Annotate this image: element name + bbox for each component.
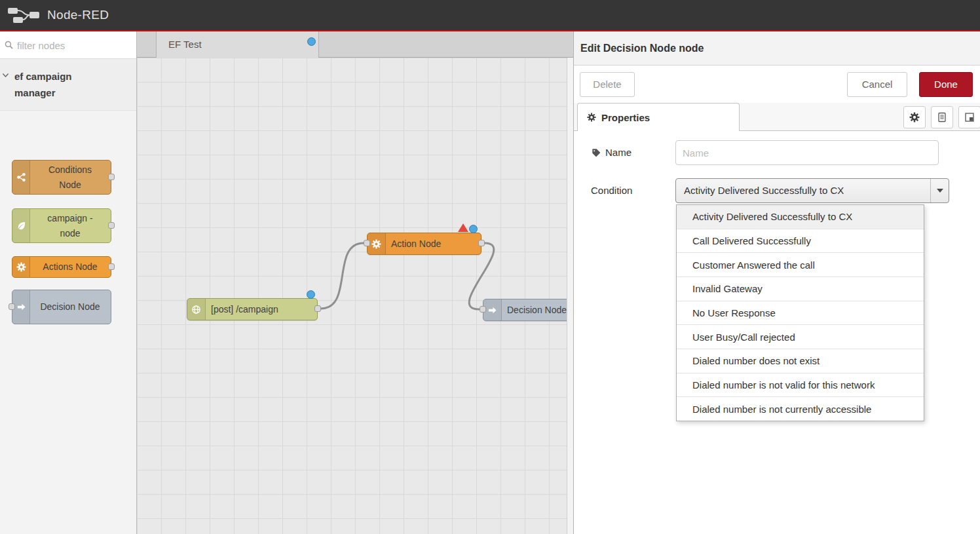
cancel-button[interactable]: Cancel	[847, 72, 907, 97]
search-icon	[4, 40, 14, 50]
dropdown-option[interactable]: Customer Answered the call	[677, 253, 924, 277]
node-label: [post] /campaign	[211, 299, 313, 320]
dropdown-option[interactable]: Activity Delivered Successfully to CX	[677, 205, 924, 229]
node-port[interactable]	[314, 305, 321, 312]
canvas-scrollbar[interactable]	[567, 58, 573, 534]
changed-dot	[469, 225, 478, 233]
node-settings-button[interactable]	[903, 106, 926, 128]
gear-icon	[12, 257, 30, 277]
category-label: ef campaign manager	[14, 68, 106, 101]
palette-node-campaign[interactable]: campaign - node	[12, 208, 111, 243]
tab-label: EF Test	[168, 31, 202, 58]
edit-tray: Edit Decision Node node Delete Cancel Do…	[573, 31, 980, 534]
tab-properties[interactable]: Properties	[577, 103, 740, 131]
condition-select-value: Activity Delivered Successfully to CX	[684, 179, 926, 202]
app-header: Node-RED	[0, 0, 980, 31]
node-port[interactable]	[364, 240, 370, 246]
properties-form: Name Condition Activity Delivered Succes…	[574, 131, 980, 534]
dropdown-option[interactable]: Dialed number is not valid for this netw…	[677, 373, 924, 398]
palette-node-actions[interactable]: Actions Node	[12, 256, 111, 278]
dropdown-option[interactable]: Invalid Gateway	[677, 277, 924, 301]
description-button[interactable]	[931, 106, 953, 128]
caret-down-icon	[937, 189, 943, 193]
workspace: EF Test [post] /campaign Action Node	[137, 31, 573, 534]
node-decision[interactable]: Decision Node	[483, 299, 567, 321]
wires-layer	[137, 58, 567, 534]
app-title: Node-RED	[47, 8, 109, 22]
condition-label: Condition	[591, 178, 632, 203]
node-action[interactable]: Action Node	[367, 233, 481, 255]
palette-sidebar: ef campaign manager Conditions Node camp…	[0, 31, 137, 534]
gear-icon	[368, 233, 386, 254]
palette-node-label: Conditions Node	[31, 161, 109, 194]
palette-node-conditions[interactable]: Conditions Node	[12, 160, 111, 195]
dropdown-option[interactable]: Call Delivered Successfully	[677, 229, 924, 254]
node-port	[9, 303, 15, 310]
expand-icon	[964, 112, 975, 123]
flow-canvas[interactable]: [post] /campaign Action Node Decision No…	[137, 58, 567, 534]
expand-button[interactable]	[958, 106, 980, 128]
node-label: Decision Node	[507, 299, 567, 320]
tab-ef-test[interactable]: EF Test	[156, 31, 319, 58]
node-red-logo-icon	[8, 7, 39, 24]
gear-icon	[587, 113, 596, 122]
arrow-right-icon	[483, 299, 502, 320]
node-port	[108, 174, 115, 180]
tab-properties-label: Properties	[601, 112, 650, 123]
node-red-app: Node-RED ef campaign manager Conditions …	[0, 0, 980, 534]
doc-icon	[937, 112, 947, 123]
share-network-icon	[12, 161, 30, 194]
dropdown-option[interactable]: User Busy/Call rejected	[677, 325, 924, 349]
palette-search	[0, 31, 136, 59]
name-label: Name	[592, 140, 631, 165]
node-port	[108, 263, 115, 270]
tray-toolbar: Delete Cancel Done	[574, 66, 980, 103]
dropdown-option[interactable]: Dialed number does not exist	[677, 349, 924, 373]
condition-dropdown: Activity Delivered Successfully to CX Ca…	[676, 204, 924, 421]
delete-button[interactable]: Delete	[580, 72, 635, 97]
node-http-in-post-campaign[interactable]: [post] /campaign	[187, 298, 318, 320]
wire[interactable]	[321, 243, 364, 309]
gear-icon	[909, 112, 920, 123]
changed-dot	[307, 290, 315, 299]
node-port	[108, 222, 115, 229]
node-label: Action Node	[391, 233, 477, 254]
palette-node-decision[interactable]: Decision Node	[12, 290, 111, 324]
name-input[interactable]	[675, 140, 939, 165]
leaf-icon	[12, 209, 30, 242]
editor-tab-bar: Properties	[574, 103, 980, 131]
error-triangle-icon	[458, 223, 468, 232]
palette-category-header[interactable]: ef campaign manager	[0, 59, 136, 111]
tray-title: Edit Decision Node node	[574, 31, 980, 66]
changed-dot	[307, 37, 316, 46]
node-port[interactable]	[480, 306, 486, 313]
dropdown-option[interactable]: No User Response	[677, 301, 924, 326]
flow-tab-bar: EF Test	[137, 31, 573, 58]
condition-select[interactable]: Activity Delivered Successfully to CX	[675, 178, 949, 203]
arrow-right-icon	[12, 290, 30, 324]
node-port[interactable]	[478, 240, 485, 246]
globe-icon	[187, 299, 206, 320]
chevron-down-icon	[1, 71, 10, 79]
filter-nodes-input[interactable]	[17, 35, 128, 55]
tag-icon	[592, 148, 601, 157]
palette-node-label: Decision Node	[31, 290, 109, 324]
done-button[interactable]: Done	[919, 72, 973, 97]
dropdown-option[interactable]: Dialed number is not currently accessibl…	[677, 397, 924, 421]
dropdown-toggle[interactable]	[930, 179, 949, 202]
palette-node-label: campaign - node	[31, 209, 109, 242]
palette-node-label: Actions Node	[31, 257, 109, 277]
